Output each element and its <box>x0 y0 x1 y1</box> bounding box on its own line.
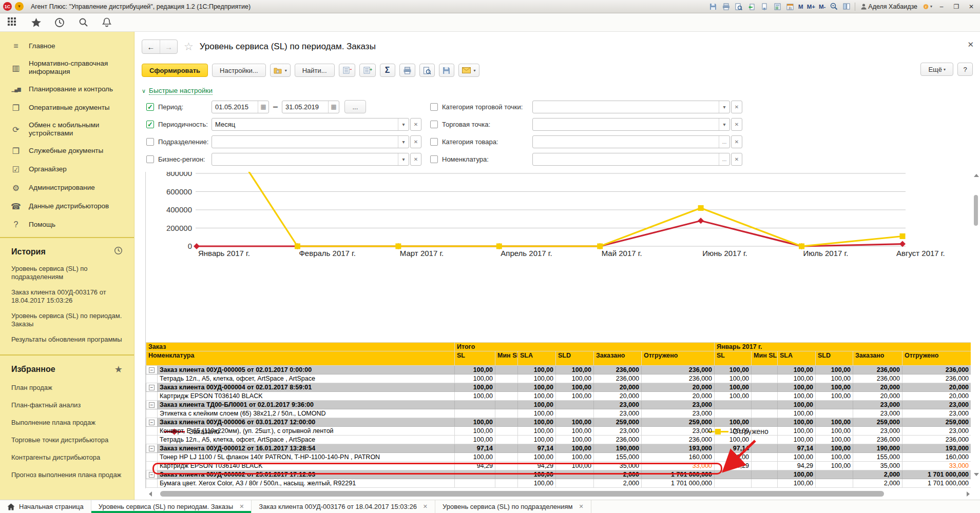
row-value[interactable] <box>556 470 594 479</box>
collapse-groups-button[interactable]: − <box>339 64 355 77</box>
row-value[interactable]: 236,000 <box>902 374 971 383</box>
restore-button[interactable]: ❐ <box>951 2 962 11</box>
close-button[interactable]: ✕ <box>966 2 977 11</box>
row-value[interactable]: 100,00 <box>778 392 816 401</box>
row-value[interactable]: 100,00 <box>715 392 752 401</box>
row-value[interactable]: 100,00 <box>556 383 594 392</box>
row-value[interactable] <box>752 427 778 436</box>
row-value[interactable]: 100,00 <box>816 392 853 401</box>
row-value[interactable]: 23,000 <box>642 409 715 418</box>
row-value[interactable]: 100,00 <box>556 462 594 470</box>
row-value[interactable]: 20,000 <box>594 383 642 392</box>
favorites-star-icon[interactable] <box>30 16 42 29</box>
row-value[interactable]: 100,00 <box>816 444 853 453</box>
info-icon[interactable]: i▾ <box>923 3 932 11</box>
row-value[interactable] <box>495 383 518 392</box>
row-value[interactable]: 100,00 <box>518 374 556 383</box>
row-value[interactable]: 23,000 <box>594 409 642 418</box>
row-value[interactable]: 23,000 <box>594 401 642 409</box>
row-value[interactable] <box>752 479 778 488</box>
row-value[interactable]: 97,14 <box>455 444 495 453</box>
row-value[interactable] <box>495 470 518 479</box>
memory-m-plus-button[interactable]: M+ <box>807 4 815 10</box>
row-value[interactable]: 100,00 <box>455 453 495 462</box>
expand-groups-button[interactable]: + <box>359 64 376 77</box>
sidebar-item-organizer[interactable]: ☑Органайзер <box>0 160 134 179</box>
row-value[interactable]: 1 701 000,000 <box>902 470 971 479</box>
filter-checkbox[interactable] <box>430 103 438 111</box>
row-value[interactable]: 160,000 <box>642 453 715 462</box>
find-button[interactable]: Найти... <box>295 64 335 77</box>
clear-icon[interactable]: ✕ <box>731 135 742 148</box>
row-value[interactable] <box>752 453 778 462</box>
row-value[interactable]: 100,00 <box>778 427 816 436</box>
favorite-item[interactable]: Прогноз выполнения плана продаж <box>0 466 134 484</box>
row-value[interactable]: 100,00 <box>455 427 495 436</box>
tab-close-icon[interactable]: ✕ <box>579 503 583 510</box>
row-value[interactable]: 23,000 <box>902 409 971 418</box>
row-value[interactable] <box>495 401 518 409</box>
row-name[interactable]: Этикетка с клейким слоем (65) 38х21,2 / … <box>158 409 455 418</box>
row-value[interactable]: 33,000 <box>902 462 971 470</box>
row-name[interactable]: Картридж EPSON T036140 BLACK <box>158 462 455 470</box>
row-value[interactable]: 100,00 <box>816 374 853 383</box>
split-view-icon[interactable] <box>842 3 851 11</box>
row-value[interactable] <box>495 479 518 488</box>
row-value[interactable]: 100,00 <box>455 418 495 427</box>
row-value[interactable]: 2,000 <box>594 470 642 479</box>
row-value[interactable]: 20,000 <box>642 392 715 401</box>
favorites-star-icon[interactable]: ★ <box>114 364 123 375</box>
row-value[interactable] <box>556 401 594 409</box>
row-value[interactable] <box>455 479 495 488</box>
row-value[interactable]: 100,00 <box>778 383 816 392</box>
ellipsis-icon[interactable]: ... <box>719 136 729 148</box>
row-value[interactable]: 33,000 <box>642 462 715 470</box>
send-file-icon[interactable] <box>747 3 756 11</box>
sidebar-item-distributors-data[interactable]: ☎Данные дистрибьюторов <box>0 197 134 215</box>
row-value[interactable]: 100,00 <box>556 374 594 383</box>
row-value[interactable]: 236,000 <box>642 436 715 444</box>
filter-checkbox[interactable]: ✓ <box>146 121 154 128</box>
row-value[interactable] <box>495 409 518 418</box>
quick-settings-toggle[interactable]: ∨ Быстрые настройки <box>142 87 213 95</box>
favorite-star-toggle[interactable]: ☆ <box>184 41 194 53</box>
row-value[interactable] <box>455 401 495 409</box>
row-value[interactable] <box>715 479 752 488</box>
row-value[interactable]: 100,00 <box>455 383 495 392</box>
history-item[interactable]: Уровень сервиса (SL) по периодам. Заказы <box>0 308 134 332</box>
row-value[interactable]: 23,000 <box>853 401 902 409</box>
row-value[interactable]: 23,000 <box>902 401 971 409</box>
row-value[interactable]: 100,00 <box>518 470 556 479</box>
filter-checkbox[interactable] <box>430 121 438 128</box>
row-value[interactable]: 100,00 <box>778 470 816 479</box>
calendar-icon[interactable]: ▦ <box>258 101 268 113</box>
row-value[interactable]: 20,000 <box>902 383 971 392</box>
row-value[interactable]: 100,00 <box>518 479 556 488</box>
row-value[interactable] <box>752 418 778 427</box>
row-value[interactable]: 94,29 <box>778 462 816 470</box>
row-value[interactable]: 97,14 <box>778 444 816 453</box>
row-value[interactable]: 155,000 <box>853 453 902 462</box>
row-value[interactable]: 100,00 <box>816 436 853 444</box>
sidebar-item-help[interactable]: ?Помощь <box>0 215 134 234</box>
row-name[interactable]: Заказ клиента 00УД-000005 от 02.01.2017 … <box>158 366 455 374</box>
app-logo-1c-icon[interactable]: 1С <box>3 2 12 11</box>
generate-button[interactable]: Сформировать <box>142 64 208 77</box>
row-value[interactable]: 100,00 <box>556 436 594 444</box>
calendar-icon[interactable]: 31 <box>785 3 795 11</box>
row-value[interactable]: 100,00 <box>715 436 752 444</box>
row-value[interactable]: 100,00 <box>816 418 853 427</box>
clear-icon[interactable]: ✕ <box>731 101 742 113</box>
filter-checkbox[interactable] <box>430 138 438 146</box>
vscroll-thumb[interactable] <box>974 195 978 226</box>
row-value[interactable]: 100,00 <box>778 366 816 374</box>
favorite-item[interactable]: Выполнение плана продаж <box>0 414 134 431</box>
sidebar-item-administration-gear[interactable]: ⚙Администрирование <box>0 179 134 197</box>
row-value[interactable]: 193,000 <box>642 444 715 453</box>
row-value[interactable]: 1 701 000,000 <box>642 470 715 479</box>
row-value[interactable]: 100,00 <box>778 401 816 409</box>
row-value[interactable] <box>752 436 778 444</box>
sidebar-item-reference-data[interactable]: ▥Нормативно-справочная информация <box>0 55 134 80</box>
row-value[interactable]: 259,000 <box>594 418 642 427</box>
row-value[interactable]: 100,00 <box>518 453 556 462</box>
